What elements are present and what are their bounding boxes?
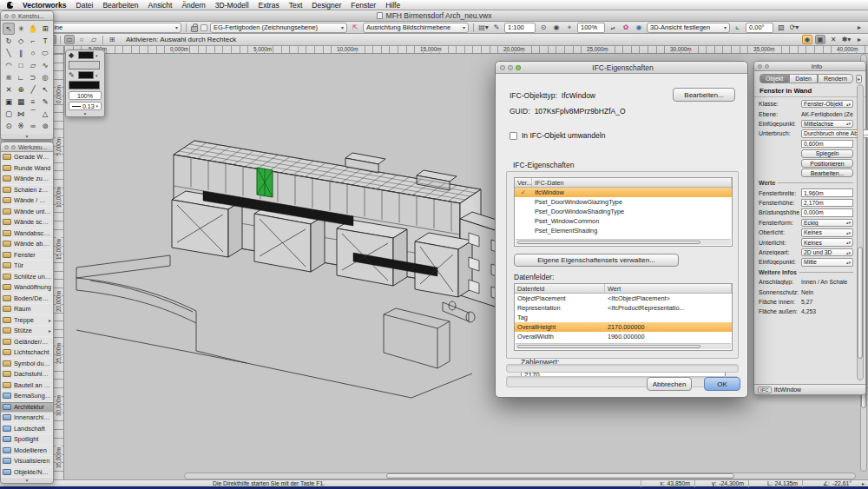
- magic-wand-tool-icon[interactable]: ✳: [15, 23, 27, 35]
- tool-item-w-nde-absc-[interactable]: Wände absc...: [1, 239, 53, 250]
- tool-item-schlitze-und-[interactable]: Schlitze und...: [1, 272, 53, 283]
- angle-field[interactable]: 0,00°: [746, 23, 773, 33]
- ifc-data-row[interactable]: Pset_DoorWindowGlazingType: [515, 197, 732, 207]
- pan-view-icon[interactable]: ◉: [802, 35, 812, 44]
- list-scrollbar[interactable]: [516, 239, 731, 245]
- view-dropdown[interactable]: 3D-Ansicht festlegen▾: [647, 23, 730, 33]
- arc-tool-icon[interactable]: ◠: [3, 59, 15, 71]
- ifc-data-row[interactable]: Pset_WindowCommon: [515, 216, 732, 226]
- render-mode-dropdown[interactable]: ⟳▾: [789, 23, 799, 32]
- datafield-row[interactable]: Tag: [515, 313, 732, 322]
- view-eye-icon[interactable]: ◉: [634, 23, 644, 32]
- cross-tool-icon[interactable]: ✕: [3, 83, 15, 96]
- move-tool-icon[interactable]: ⊕: [15, 83, 27, 96]
- menu-text[interactable]: Text: [289, 1, 303, 10]
- zoom-tool-icon[interactable]: ⊚: [39, 120, 51, 132]
- fill-color-swatch[interactable]: [78, 51, 94, 59]
- menu-hilfe[interactable]: Hilfe: [385, 1, 400, 10]
- layer-options-icon[interactable]: ⇱: [350, 23, 360, 32]
- tool-item-w-nde-schlie-[interactable]: Wände schlie...: [1, 217, 53, 228]
- tool-item-symbol-dupl-[interactable]: Symbol dupl...: [1, 359, 53, 370]
- datafield-row[interactable]: Representation<IfcProductRepresentatio..…: [515, 303, 732, 313]
- image-tool-icon[interactable]: ▢: [3, 108, 15, 120]
- menu-fenster[interactable]: Fenster: [351, 1, 376, 10]
- tool-item-raum[interactable]: Raum: [1, 304, 53, 315]
- tool-item-gel-nder-zaun[interactable]: Geländer/Zaun: [1, 337, 53, 348]
- pen-color-swatch[interactable]: [78, 71, 94, 79]
- tool-item-modellieren[interactable]: Modellieren: [1, 446, 53, 457]
- tool-item-boden-decke[interactable]: Boden/Decke: [1, 294, 53, 305]
- layer-lock-checkbox[interactable]: [201, 24, 207, 31]
- field-select-klasse-[interactable]: Fenster-Objekt▴▾: [801, 100, 853, 109]
- rect-tool-icon[interactable]: □: [15, 59, 27, 71]
- wert-column-header[interactable]: Wert: [605, 284, 732, 293]
- maximize-icon[interactable]: [516, 65, 521, 70]
- extrude-tool-icon[interactable]: ◎: [39, 71, 51, 83]
- ver-column-header[interactable]: Ver...: [515, 178, 532, 187]
- table-scrollbar[interactable]: [516, 343, 731, 349]
- mirror-tool-icon[interactable]: ⋈: [15, 108, 27, 120]
- menu-extras[interactable]: Extras: [259, 1, 279, 10]
- marquee-lasso-icon[interactable]: ○: [76, 35, 87, 44]
- lock-icon[interactable]: [191, 26, 198, 32]
- menu-ansicht[interactable]: Ansicht: [148, 1, 173, 10]
- camera-view-icon[interactable]: ▣: [815, 35, 825, 44]
- tool-item-gerade-wand[interactable]: Gerade Wand: [1, 152, 53, 163]
- grid-tool-icon[interactable]: ▦: [15, 96, 27, 108]
- fit-view-icon[interactable]: ⊙: [538, 23, 549, 32]
- datenfeld-column-header[interactable]: Datenfeld: [515, 284, 605, 293]
- selected-window-highlight[interactable]: [257, 168, 273, 197]
- connect-tool-icon[interactable]: ※: [15, 120, 27, 132]
- tool-item-landschaft[interactable]: Landschaft: [1, 424, 53, 435]
- magnifier-icon[interactable]: ⌖: [564, 23, 575, 32]
- print-dropdown[interactable]: ▤▾: [478, 23, 489, 32]
- tool-item-w-nde-zusa-[interactable]: Wände zusa...: [1, 174, 53, 185]
- tool-item-schalen-zus-[interactable]: Schalen zus...: [1, 185, 53, 196]
- datafield-row[interactable]: OverallWidth1960.000000: [515, 332, 732, 341]
- tool-item-lichtschacht[interactable]: Lichtschacht: [1, 347, 53, 359]
- tab-overflow-button[interactable]: ▸: [856, 75, 862, 83]
- text-tool-icon[interactable]: T: [39, 35, 51, 47]
- positionieren-button[interactable]: Positionieren: [801, 159, 853, 168]
- coords-overflow-arrow[interactable]: ▸: [859, 480, 865, 486]
- menu-datei[interactable]: Datei: [76, 1, 94, 10]
- tool-item-bauteil-an-pfad[interactable]: Bauteil an Pfad: [1, 380, 53, 392]
- close-icon[interactable]: [758, 64, 762, 69]
- close-icon[interactable]: [4, 145, 9, 149]
- field-input-0-600m[interactable]: 0,600m: [801, 140, 853, 149]
- field-select-fensterform-[interactable]: Eckig▴▾: [801, 219, 853, 228]
- eyedropper-tool-icon[interactable]: ╱: [27, 83, 39, 96]
- manage-psets-button[interactable]: Eigene Eigenschaftensets verwalten...: [514, 254, 679, 267]
- palette-resize-handle[interactable]: ▼: [1, 134, 53, 139]
- freeform-tool-icon[interactable]: ≋: [3, 71, 15, 83]
- reshape-tool-icon[interactable]: ⊃: [27, 71, 39, 83]
- fill-preview-swatch[interactable]: [69, 61, 100, 69]
- paint-tool-icon[interactable]: ▣: [3, 96, 15, 108]
- fillet-tool-icon[interactable]: ⌒: [27, 108, 39, 120]
- ok-button[interactable]: OK: [704, 377, 740, 391]
- toolbar-overflow-arrow[interactable]: ▸: [854, 23, 865, 32]
- datafields-table[interactable]: Datenfeld Wert ObjectPlacement<IfcObject…: [514, 283, 733, 351]
- horizontal-scrollbar[interactable]: [184, 472, 856, 479]
- field-input-br-stungsh-he-[interactable]: 0,000m: [801, 208, 853, 217]
- zoom-field[interactable]: 100%: [577, 23, 605, 33]
- flyover-icon[interactable]: ✿: [621, 23, 631, 32]
- tool-item-t-r[interactable]: Tür: [1, 261, 53, 272]
- konstruktion-palette-titlebar[interactable]: Konstru...: [1, 11, 53, 21]
- key-tool-icon[interactable]: ⌐: [27, 35, 39, 47]
- close-icon[interactable]: [4, 14, 9, 18]
- tool-item-wandabschluss[interactable]: Wandabschluss: [1, 228, 53, 240]
- edit-button[interactable]: Bearbeiten...: [673, 88, 735, 102]
- brush-tool-icon[interactable]: ≡: [27, 96, 39, 108]
- spotlight-icon[interactable]: ✕: [828, 35, 838, 44]
- ifc-data-row[interactable]: Pset_DoorWindowShadingType: [515, 207, 732, 216]
- minimize-icon[interactable]: [508, 65, 513, 70]
- tool-item-wand-ffnung[interactable]: Wandöffnung: [1, 282, 53, 294]
- ifc-data-list[interactable]: Ver... IFC-Daten ✓IfcWindowPset_DoorWind…: [514, 177, 733, 247]
- field-input-fensterbreite-[interactable]: 1,960m: [801, 188, 853, 197]
- close-icon[interactable]: [500, 65, 505, 70]
- convert-checkbox[interactable]: [510, 132, 517, 140]
- polyline-tool-icon[interactable]: ∿: [39, 59, 51, 71]
- info-palette-titlebar[interactable]: Info: [754, 62, 865, 71]
- pen-preview-swatch[interactable]: [69, 81, 100, 89]
